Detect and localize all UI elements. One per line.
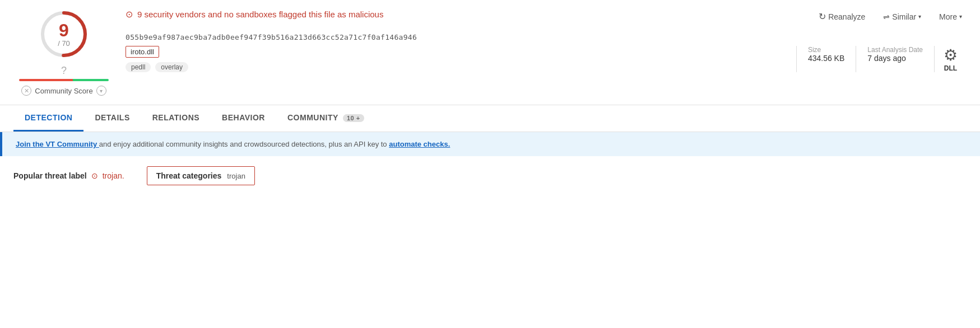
more-chevron: ▾ <box>959 13 962 20</box>
popular-threat-label-section: Popular threat label ⊙ trojan. <box>13 171 124 180</box>
score-denominator: / 70 <box>58 39 70 48</box>
file-info-section: ⊙ 9 security vendors and no sandboxes fl… <box>126 9 967 72</box>
threat-categories-title: Threat categories <box>156 171 222 180</box>
filename-box: iroto.dll <box>126 46 159 58</box>
alert-text: 9 security vendors and no sandboxes flag… <box>137 10 383 19</box>
tab-community[interactable]: COMMUNITY 10 + <box>276 105 375 132</box>
tabs-bar: DETECTION DETAILS RELATIONS BEHAVIOR COM… <box>0 105 980 132</box>
community-banner: Join the VT Community and enjoy addition… <box>0 132 980 156</box>
similar-icon: ⇌ <box>883 12 890 21</box>
tag-overlay[interactable]: overlay <box>155 62 188 72</box>
join-community-link[interactable]: Join the VT Community <box>16 140 99 148</box>
more-label: More <box>939 12 957 21</box>
community-badge: 10 + <box>343 114 364 122</box>
analysis-date-meta: Last Analysis Date 7 days ago <box>856 46 935 72</box>
size-value: 434.56 KB <box>808 54 844 63</box>
top-actions: ↻ Reanalyze ⇌ Similar ▾ More ▾ <box>814 9 967 24</box>
score-circle: 9 / 70 <box>39 9 89 59</box>
reanalyze-button[interactable]: ↻ Reanalyze <box>814 9 870 24</box>
community-score-row: ✕ Community Score ▾ <box>21 86 106 96</box>
gear-icon: ⚙ <box>944 46 958 64</box>
tab-relations[interactable]: RELATIONS <box>141 105 211 132</box>
community-score-bar <box>19 79 109 81</box>
popular-threat-title: Popular threat label <box>13 171 87 180</box>
threat-row: Popular threat label ⊙ trojan. Threat ca… <box>0 156 980 195</box>
score-display: 9 / 70 <box>58 21 70 48</box>
more-button[interactable]: More ▾ <box>935 10 967 24</box>
date-label: Last Analysis Date <box>867 46 923 54</box>
top-section: 9 / 70 ? ✕ Community Score ▾ ⊙ 9 securit… <box>0 0 980 105</box>
score-section: 9 / 70 ? ✕ Community Score ▾ <box>13 9 114 96</box>
threat-categories-box: Threat categories trojan <box>147 166 255 185</box>
community-score-label: Community Score <box>35 87 92 95</box>
info-top-row: ⊙ 9 security vendors and no sandboxes fl… <box>126 9 967 24</box>
alert-banner: ⊙ 9 security vendors and no sandboxes fl… <box>126 9 383 20</box>
size-label: Size <box>808 46 844 54</box>
reanalyze-icon: ↻ <box>819 11 826 22</box>
question-icon[interactable]: ? <box>61 65 67 77</box>
threat-categories-value: trojan <box>227 172 245 180</box>
automate-checks-link[interactable]: automate checks. <box>389 140 450 148</box>
reanalyze-label: Reanalyze <box>828 12 865 21</box>
community-score-remove[interactable]: ✕ <box>21 86 31 96</box>
file-type-icon-box: ⚙ DLL <box>935 46 967 72</box>
tag-pedll[interactable]: pedll <box>126 62 151 72</box>
tab-detection[interactable]: DETECTION <box>13 105 83 132</box>
warning-icon: ⊙ <box>91 171 98 180</box>
similar-label: Similar <box>892 12 916 21</box>
tab-behavior[interactable]: BEHAVIOR <box>211 105 276 132</box>
file-size-meta: Size 434.56 KB <box>797 46 856 72</box>
file-hash: 055b9e9af987aec9ba7adb0eef947f39b516a213… <box>126 33 774 41</box>
date-value: 7 days ago <box>867 54 923 63</box>
alert-icon: ⊙ <box>126 9 133 20</box>
tags-row: pedll overlay <box>126 62 774 72</box>
community-score-expand[interactable]: ▾ <box>96 86 106 96</box>
popular-threat-value: trojan. <box>103 171 124 180</box>
similar-chevron: ▾ <box>918 13 921 20</box>
file-type-label: DLL <box>944 64 957 72</box>
score-number: 9 <box>58 21 70 39</box>
similar-button[interactable]: ⇌ Similar ▾ <box>879 10 926 24</box>
tab-details[interactable]: DETAILS <box>83 105 141 132</box>
banner-middle-text: and enjoy additional community insights … <box>99 140 389 148</box>
